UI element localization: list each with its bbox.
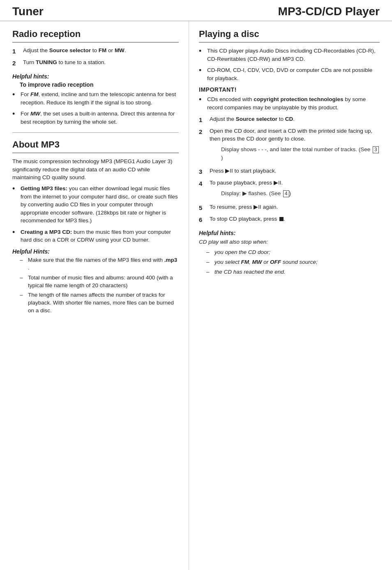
- cd-stop-label: CD play will also stop when:: [199, 238, 380, 246]
- disc-step-4-content: To pause playback, press ▶II. Display: ▶…: [210, 179, 291, 200]
- right-column: Playing a disc • This CD player plays Au…: [189, 21, 392, 570]
- disc-step-num-6: 6: [199, 215, 205, 224]
- main-content: Radio reception 1 Adjust the Source sele…: [0, 21, 392, 570]
- radio-bullet-fm-text: For FM, extend, incline and turn the tel…: [21, 90, 179, 106]
- disc-step-4-text: To pause playback, press ▶II.: [210, 180, 283, 186]
- disc-step-4: 4 To pause playback, press ▶II. Display:…: [199, 179, 380, 200]
- radio-steps-list: 1 Adjust the Source selector to FM or MW…: [12, 47, 179, 67]
- disc-step-2-content: Open the CD door, and insert a CD with t…: [210, 127, 380, 164]
- disc-dash-char-3: –: [206, 268, 211, 276]
- mp3-bullet-creating-text: Creating a MP3 CD: burn the music files …: [21, 228, 179, 244]
- disc-dash-1-text: you open the CD door;: [214, 249, 270, 256]
- disc-dash-1: – you open the CD door;: [206, 249, 380, 256]
- radio-reception-title: Radio reception: [12, 29, 179, 43]
- radio-bullet-mw: • For MW, the set uses a built-in antenn…: [12, 110, 179, 126]
- bullet-dot-2: •: [12, 110, 17, 126]
- radio-step-2: 2 Turn TUNING to tune to a station.: [12, 59, 179, 67]
- playing-disc-title: Playing a disc: [199, 29, 380, 43]
- disc-dash-list: – you open the CD door; – you select FM,…: [206, 249, 380, 276]
- about-mp3-section: About MP3 The music compression technolo…: [12, 139, 179, 315]
- page: Tuner MP3-CD/CD Player Radio reception 1…: [0, 0, 392, 570]
- mp3-bullets: • Getting MP3 files: you can either down…: [12, 185, 179, 244]
- bullet-dot-1: •: [12, 90, 17, 106]
- mp3-dash-2-text: Total number of music files and albums: …: [28, 274, 179, 290]
- disc-step-2: 2 Open the CD door, and insert a CD with…: [199, 127, 380, 164]
- disc-dash-3-text: the CD has reached the end.: [214, 268, 286, 276]
- header-mp3: MP3-CD/CD Player: [278, 5, 380, 18]
- radio-bullets: • For FM, extend, incline and turn the t…: [12, 90, 179, 126]
- mp3-dash-2: – Total number of music files and albums…: [20, 274, 179, 290]
- disc-step-num-5: 5: [199, 203, 205, 212]
- important-bullet-1: • CDs encoded with copyright protection …: [199, 95, 380, 111]
- mp3-dash-1-text: Make sure that the file names of the MP3…: [28, 256, 179, 272]
- disc-step-2-display: Display shows - - -, and later the total…: [221, 145, 380, 162]
- disc-dash-2: – you select FM, MW or OFF sound source;: [206, 258, 380, 266]
- step-num-2: 2: [12, 59, 19, 67]
- disc-step-num-2: 2: [199, 127, 205, 164]
- mp3-bullet-creating: • Creating a MP3 CD: burn the music file…: [12, 228, 179, 244]
- dash-3: –: [20, 291, 25, 315]
- radio-step-2-text: Turn TUNING to tune to a station.: [23, 59, 106, 67]
- header: Tuner MP3-CD/CD Player: [0, 0, 392, 21]
- bullet-dot-3: •: [12, 185, 17, 225]
- disc-step-6: 6 To stop CD playback, press .: [199, 215, 380, 224]
- mp3-bullet-getting: • Getting MP3 files: you can either down…: [12, 185, 179, 225]
- disc-intro-bullets: • This CD player plays Audio Discs inclu…: [199, 47, 380, 82]
- important-bullet-1-text: CDs encoded with copyright protection te…: [207, 95, 380, 111]
- disc-bullet-2: • CD-ROM, CD-I, CDV, VCD, DVD or compute…: [199, 66, 380, 82]
- disc-step-5: 5 To resume, press ▶II again.: [199, 203, 380, 212]
- left-column: Radio reception 1 Adjust the Source sele…: [0, 21, 189, 570]
- disc-step-4-display: Display: ▶ flashes. (See 4): [221, 189, 291, 198]
- disc-dash-2-text: you select FM, MW or OFF sound source;: [214, 258, 318, 266]
- about-mp3-title: About MP3: [12, 139, 179, 153]
- mp3-dash-list: – Make sure that the file names of the M…: [20, 256, 179, 315]
- box-4: 4: [283, 190, 289, 198]
- disc-dash-char-2: –: [206, 258, 211, 266]
- mp3-bullet-getting-text: Getting MP3 files: you can either downlo…: [21, 185, 179, 225]
- disc-bullet-1: • This CD player plays Audio Discs inclu…: [199, 47, 380, 63]
- header-tuner: Tuner: [12, 5, 44, 18]
- about-mp3-intro: The music compression technology MP3 (MP…: [12, 157, 179, 182]
- mp3-dash-3: – The length of file names affects the n…: [20, 291, 179, 315]
- mp3-dash-1: – Make sure that the file names of the M…: [20, 256, 179, 272]
- disc-step-1-text: Adjust the Source selector to CD.: [210, 115, 295, 124]
- disc-step-3-text: Press ▶II to start playback.: [210, 167, 277, 176]
- disc-step-2-text: Open the CD door, and insert a CD with t…: [210, 128, 372, 142]
- disc-step-6-text: To stop CD playback, press .: [210, 215, 285, 224]
- radio-bullet-fm: • For FM, extend, incline and turn the t…: [12, 90, 179, 106]
- dash-1: –: [20, 256, 25, 272]
- stop-icon: [279, 217, 284, 221]
- important-label: IMPORTANT!: [199, 86, 380, 93]
- section-divider-1: [12, 132, 179, 133]
- bullet-dot-6: •: [199, 66, 204, 82]
- radio-step-1-text: Adjust the Source selector to FM or MW.: [23, 47, 126, 55]
- radio-reception-section: Radio reception 1 Adjust the Source sele…: [12, 29, 179, 126]
- bullet-dot-7: •: [199, 95, 204, 111]
- disc-dash-char-1: –: [206, 249, 211, 256]
- disc-step-num-1: 1: [199, 115, 205, 124]
- bullet-dot-4: •: [12, 228, 17, 244]
- disc-step-num-3: 3: [199, 167, 205, 176]
- disc-step-3: 3 Press ▶II to start playback.: [199, 167, 380, 176]
- mp3-dash-3-text: The length of file names affects the num…: [28, 291, 179, 315]
- radio-bullet-mw-text: For MW, the set uses a built-in antenna.…: [21, 110, 179, 126]
- playing-disc-section: Playing a disc • This CD player plays Au…: [199, 29, 380, 276]
- disc-dash-3: – the CD has reached the end.: [206, 268, 380, 276]
- disc-step-num-4: 4: [199, 179, 205, 200]
- radio-step-1: 1 Adjust the Source selector to FM or MW…: [12, 47, 179, 55]
- dash-2: –: [20, 274, 25, 290]
- disc-bullet-2-text: CD-ROM, CD-I, CDV, VCD, DVD or computer …: [207, 66, 380, 82]
- disc-bullet-1-text: This CD player plays Audio Discs includi…: [207, 47, 380, 63]
- disc-helpful-hints-label: Helpful hints:: [199, 230, 380, 236]
- disc-step-1: 1 Adjust the Source selector to CD.: [199, 115, 380, 124]
- radio-helpful-hints-label: Helpful hints:: [12, 73, 179, 80]
- disc-steps-list: 1 Adjust the Source selector to CD. 2 Op…: [199, 115, 380, 224]
- box-3: 3: [373, 146, 379, 154]
- step-num-1: 1: [12, 47, 19, 55]
- disc-step-5-text: To resume, press ▶II again.: [210, 203, 278, 212]
- radio-sub-heading: To improve radio reception: [20, 81, 179, 88]
- bullet-dot-5: •: [199, 47, 204, 63]
- mp3-helpful-hints-label: Helpful Hints:: [12, 248, 179, 255]
- important-bullets: • CDs encoded with copyright protection …: [199, 95, 380, 111]
